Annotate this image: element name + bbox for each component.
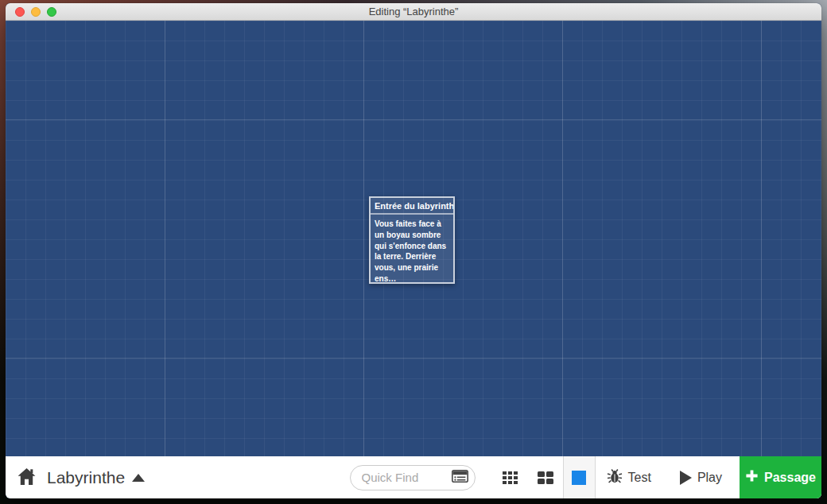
- passage-card[interactable]: Entrée du labyrinthe Vous faites face à …: [369, 196, 455, 284]
- test-button[interactable]: Test: [597, 456, 661, 498]
- quick-find: [350, 465, 476, 490]
- twine-window: Editing “Labyrinthe” Entrée du labyrinth…: [6, 3, 821, 498]
- traffic-lights: [15, 3, 56, 20]
- story-menu-button[interactable]: Labyrinthe: [47, 468, 145, 487]
- window-title: Editing “Labyrinthe”: [369, 6, 459, 17]
- zoom-medium-button-selected[interactable]: [563, 456, 596, 498]
- new-passage-label: Passage: [764, 471, 816, 485]
- blue-square-icon: [572, 471, 586, 485]
- titlebar[interactable]: Editing “Labyrinthe”: [6, 3, 821, 21]
- zoom-smallest-button[interactable]: [493, 456, 528, 498]
- new-passage-button[interactable]: Passage: [740, 456, 821, 498]
- play-label: Play: [697, 471, 722, 485]
- plus-icon: [745, 469, 759, 486]
- fullscreen-button[interactable]: [47, 7, 56, 17]
- passage-excerpt: Vous faites face à un boyau sombre qui s…: [371, 215, 453, 289]
- zoom-small-button[interactable]: [528, 456, 563, 498]
- passage-title: Entrée du labyrinthe: [371, 198, 453, 215]
- play-triangle-icon: [680, 471, 692, 485]
- grid-2x2-icon: [538, 471, 553, 484]
- story-title: Labyrinthe: [47, 468, 125, 487]
- bug-icon: [607, 468, 623, 487]
- bottom-toolbar: Labyrinthe: [6, 456, 821, 498]
- play-button[interactable]: Play: [670, 456, 732, 498]
- home-icon: [17, 467, 37, 488]
- minimize-button[interactable]: [31, 7, 41, 17]
- list-card-icon: [452, 470, 468, 485]
- home-button[interactable]: [17, 467, 37, 488]
- test-label: Test: [628, 471, 651, 485]
- grid-3x3-icon: [503, 471, 518, 484]
- story-map-canvas[interactable]: Entrée du labyrinthe Vous faites face à …: [6, 21, 821, 456]
- highlight-toggle-button[interactable]: [452, 470, 469, 486]
- caret-up-icon: [132, 474, 145, 482]
- close-button[interactable]: [15, 7, 25, 17]
